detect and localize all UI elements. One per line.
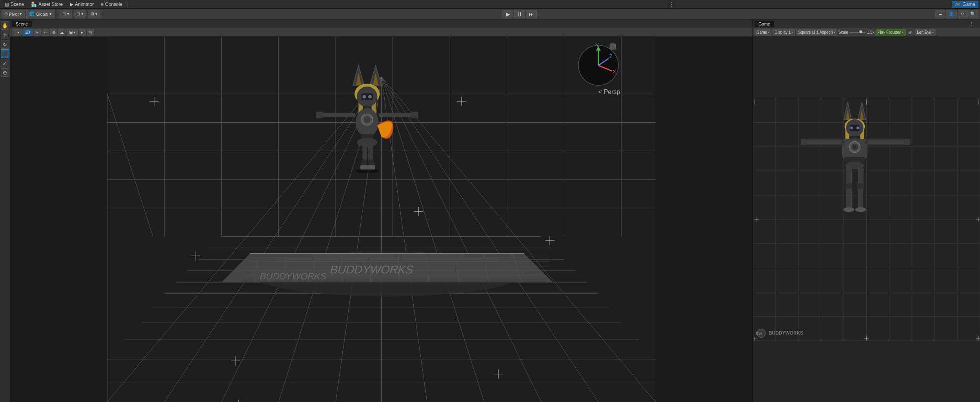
- collab-button[interactable]: ⊠ ▾: [88, 10, 100, 18]
- display-dropdown[interactable]: Display 1 ▾: [773, 29, 795, 36]
- custom-tool-icon: ⊕: [3, 70, 7, 76]
- svg-rect-75: [322, 113, 356, 118]
- scale-slider[interactable]: [850, 32, 865, 33]
- asset-store-menu-tab[interactable]: 🏪 Asset Store: [28, 1, 66, 8]
- game-panel-options[interactable]: ⋮: [967, 21, 977, 27]
- visibility-icon: ☁: [60, 30, 64, 34]
- svg-rect-112: [610, 43, 616, 49]
- hand-tool-button[interactable]: ✋: [1, 21, 9, 30]
- 2d-label: 2D: [25, 30, 30, 34]
- undo-icon: ↩: [960, 11, 964, 16]
- main-toolbar: ⊕ Pivot ▾ 🌐 Global ▾ ⊞ ▾ ⊟ ▾ ⊠ ▾ ▶ ⏸ ⏭ ☁…: [0, 9, 980, 20]
- pause-button[interactable]: ⏸: [514, 10, 525, 18]
- layers-icon: ☁: [938, 11, 942, 16]
- fx-button[interactable]: ⊕: [50, 29, 57, 36]
- 2d-button[interactable]: 2D: [23, 29, 33, 36]
- svg-rect-81: [362, 142, 367, 162]
- topbar-options-button[interactable]: ⋮: [666, 1, 676, 7]
- scene-tab-label: Scene: [16, 22, 28, 26]
- account-icon: 👤: [949, 11, 954, 16]
- toolbar-sep-1: [57, 11, 57, 18]
- svg-text:BW: BW: [756, 331, 762, 335]
- svg-rect-78: [411, 112, 418, 118]
- render-mode-button[interactable]: ▣ ▾: [67, 29, 78, 36]
- animator-menu-tab[interactable]: ▶ Animator: [67, 1, 97, 8]
- collab-icon: ⊠: [91, 11, 94, 16]
- scene-visibility-button[interactable]: ☁: [58, 29, 65, 36]
- game-mode-dropdown[interactable]: Game ▾: [755, 29, 771, 36]
- hand-tool-icon: ✋: [2, 23, 8, 29]
- aspect-label: Square (1:1 Aspect): [798, 30, 833, 34]
- render-dropdown: ▾: [73, 30, 75, 34]
- svg-point-69: [362, 95, 366, 99]
- rect-tool-button[interactable]: ⬛: [1, 49, 9, 58]
- left-toolbar: ✋ ✛ ↻ ⬛ ⤢ ⊕: [0, 20, 10, 402]
- scene-view-toolbar: ○ ▾ 2D ☀ ↔ ⊕ ☁ ▣ ▾ ▸: [10, 28, 753, 37]
- search-button[interactable]: 🔍: [967, 10, 978, 18]
- snap-icon: ⊟: [76, 11, 80, 16]
- scene-viewport[interactable]: BUDDYWORKS BUDDYWORKS: [10, 37, 753, 402]
- svg-text:BUDDYWORKS: BUDDYWORKS: [259, 271, 328, 281]
- game-view-tab[interactable]: Game: [755, 21, 774, 27]
- asset-store-tab-label: Asset Store: [38, 2, 63, 7]
- scale-control: Scale 1.5x: [838, 30, 875, 34]
- game-canvas: BW BUDDYWORKS: [753, 37, 980, 402]
- svg-rect-77: [378, 113, 413, 118]
- scale-label: Scale: [838, 30, 848, 34]
- game-menu-tab[interactable]: 🎮 Game: [952, 1, 978, 8]
- top-menu-bar: ▤ Scene 🏪 Asset Store ▶ Animator ≡ Conso…: [0, 0, 980, 9]
- console-menu-tab[interactable]: ≡ Console: [98, 1, 125, 8]
- draw-mode-dropdown: ▾: [17, 30, 19, 34]
- snap-dropdown-icon: ▾: [81, 11, 84, 16]
- scale-value: 1.5x: [867, 30, 875, 34]
- svg-rect-173: [867, 139, 906, 144]
- svg-text:Y: Y: [596, 42, 599, 48]
- grid-icon: ⊞: [62, 11, 66, 16]
- svg-rect-181: [847, 189, 852, 208]
- move-tool-icon: ✛: [3, 32, 7, 38]
- animator-tab-label: Animator: [75, 2, 94, 7]
- transform-tool-button[interactable]: ⤢: [1, 59, 9, 67]
- undo-history-button[interactable]: ↩: [958, 10, 967, 18]
- vr-icon-symbol: 👁: [908, 30, 913, 35]
- global-button[interactable]: 🌐 Global ▾: [26, 10, 55, 18]
- rotate-tool-button[interactable]: ↻: [1, 40, 9, 49]
- svg-text:X: X: [613, 69, 616, 74]
- pivot-button[interactable]: ⊕ Pivot ▾: [2, 10, 25, 18]
- layers-button[interactable]: ☁: [935, 10, 945, 18]
- aspect-dropdown[interactable]: Square (1:1 Aspect) ▾: [796, 29, 837, 36]
- grid-overlay-button[interactable]: ▸: [79, 29, 86, 36]
- svg-point-182: [844, 207, 855, 212]
- snap-button[interactable]: ⊟ ▾: [74, 10, 86, 18]
- scene-tab-label: Scene: [11, 2, 24, 7]
- global-label: Global: [36, 12, 48, 16]
- game-view-toolbar: Game ▾ Display 1 ▾ Square (1:1 Aspect) ▾…: [753, 28, 980, 37]
- account-button[interactable]: 👤: [946, 10, 957, 18]
- gizmo-button[interactable]: ◎: [87, 29, 94, 36]
- game-mode-label: Game: [756, 30, 767, 34]
- play-focused-dropdown[interactable]: Play Focused ▾: [876, 29, 906, 36]
- scene-view-tab[interactable]: Scene: [12, 21, 32, 27]
- svg-point-164: [851, 127, 853, 129]
- audio-button[interactable]: ↔: [42, 29, 49, 36]
- draw-mode-button[interactable]: ○ ▾: [12, 29, 22, 36]
- render-icon: ▣: [69, 30, 73, 34]
- svg-rect-183: [858, 167, 864, 186]
- main-layout: ✋ ✛ ↻ ⬛ ⤢ ⊕ Scene ○ ▾: [0, 20, 980, 402]
- move-tool-button[interactable]: ✛: [1, 31, 9, 39]
- vr-button[interactable]: 👁: [907, 29, 914, 36]
- lighting-button[interactable]: ☀: [34, 29, 41, 36]
- left-eye-dropdown[interactable]: Left Eye ▾: [915, 29, 936, 36]
- scene-tab-icon: ▤: [5, 2, 9, 7]
- scene-panel: Scene ○ ▾ 2D ☀ ↔ ⊕ ☁ ▣: [10, 20, 753, 402]
- grid-view-button[interactable]: ⊞ ▾: [60, 10, 72, 18]
- scene-menu-tab[interactable]: ▤ Scene: [2, 1, 27, 8]
- play-button[interactable]: ▶: [502, 10, 513, 18]
- svg-point-165: [857, 127, 859, 129]
- game-viewport[interactable]: BW BUDDYWORKS: [753, 37, 980, 402]
- step-button[interactable]: ⏭: [526, 10, 537, 18]
- topbar-separator: [127, 2, 127, 7]
- svg-rect-171: [804, 139, 843, 144]
- scale-thumb[interactable]: [859, 30, 862, 33]
- custom-tool-button[interactable]: ⊕: [1, 68, 9, 77]
